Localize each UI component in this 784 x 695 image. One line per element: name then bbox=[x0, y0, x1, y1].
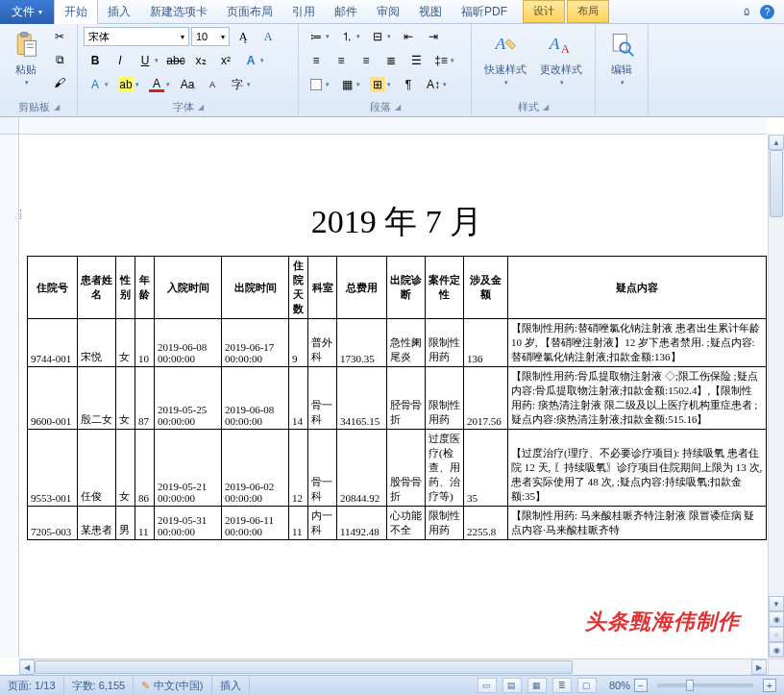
line-spacing-button[interactable]: ‡≡ bbox=[429, 50, 458, 71]
highlight-button[interactable]: ab bbox=[114, 74, 143, 95]
status-page[interactable]: 页面: 1/13 bbox=[0, 676, 64, 695]
grow-font-button[interactable]: Ą bbox=[232, 26, 255, 47]
scroll-right-arrow[interactable]: ▶ bbox=[751, 659, 767, 675]
justify-button[interactable]: ≣ bbox=[380, 50, 403, 71]
change-styles-icon: AA bbox=[548, 31, 575, 61]
font-color-button[interactable]: A bbox=[145, 74, 174, 95]
bold-button[interactable]: B bbox=[84, 50, 107, 71]
table-row[interactable]: 9744-001宋悦女102019-06-08 00:00:002019-06-… bbox=[28, 319, 767, 367]
cut-button[interactable]: ✂ bbox=[48, 26, 71, 47]
decrease-indent-button[interactable]: ⇤ bbox=[397, 26, 420, 47]
increase-indent-button[interactable]: ⇥ bbox=[422, 26, 445, 47]
align-right-button[interactable]: ≡ bbox=[355, 50, 378, 71]
view-outline-button[interactable]: ≣ bbox=[552, 678, 572, 693]
horizontal-scrollbar[interactable]: ◀ ▶ bbox=[19, 658, 767, 675]
status-language[interactable]: ✎中文(中国) bbox=[134, 676, 211, 695]
contextual-tab-design[interactable]: 设计 bbox=[523, 0, 565, 23]
view-print-layout-button[interactable]: ▭ bbox=[478, 678, 497, 693]
quick-styles-button[interactable]: A 快速样式 bbox=[478, 26, 533, 91]
next-page-button[interactable]: ◉ bbox=[769, 642, 784, 658]
tab-home[interactable]: 开始 bbox=[54, 0, 98, 24]
superscript-button[interactable]: x² bbox=[214, 50, 237, 71]
tab-review[interactable]: 审阅 bbox=[367, 0, 409, 24]
status-word-count[interactable]: 字数: 6,155 bbox=[64, 676, 135, 695]
scroll-left-arrow[interactable]: ◀ bbox=[19, 659, 35, 675]
document-area: 2019 年 7 月 住院号 患者姓名 性别 年龄 入院时间 出院时间 住院天数… bbox=[0, 117, 784, 675]
format-painter-button[interactable]: 🖌 bbox=[48, 72, 71, 93]
zoom-level[interactable]: 80% bbox=[609, 680, 630, 691]
help-icon[interactable]: ? bbox=[760, 5, 774, 19]
text-effects-button[interactable]: A bbox=[239, 50, 268, 71]
data-table[interactable]: 住院号 患者姓名 性别 年龄 入院时间 出院时间 住院天数 科室 总费用 出院诊… bbox=[27, 256, 767, 540]
distribute-button[interactable]: ☰ bbox=[404, 50, 428, 71]
subscript-button[interactable]: x₂ bbox=[189, 50, 212, 71]
zoom-slider[interactable] bbox=[657, 683, 753, 687]
sort-button[interactable]: ⊞ bbox=[366, 74, 395, 95]
document-title: 2019 年 7 月 bbox=[27, 144, 767, 256]
strikethrough-button[interactable]: abc bbox=[164, 50, 187, 71]
view-draft-button[interactable]: ▢ bbox=[577, 678, 597, 693]
zoom-in-button[interactable]: + bbox=[763, 679, 776, 692]
change-styles-button[interactable]: AA 更改样式 bbox=[533, 26, 589, 91]
view-web-button[interactable]: ▦ bbox=[527, 678, 547, 693]
shading-button[interactable] bbox=[305, 74, 333, 95]
tab-view[interactable]: 视图 bbox=[409, 0, 452, 24]
distribute-icon: ☰ bbox=[408, 53, 424, 68]
tab-reference[interactable]: 引用 bbox=[282, 0, 325, 24]
page-canvas[interactable]: 2019 年 7 月 住院号 患者姓名 性别 年龄 入院时间 出院时间 住院天数… bbox=[19, 135, 767, 658]
font-dialog-launcher[interactable]: ◢ bbox=[198, 103, 204, 112]
table-cell: 骨一科 bbox=[308, 430, 337, 507]
scroll-up-arrow[interactable]: ▲ bbox=[769, 135, 784, 150]
align-center-button[interactable]: ≡ bbox=[330, 50, 353, 71]
table-row[interactable]: 7205-003某患者男112019-05-31 00:00:002019-06… bbox=[28, 507, 767, 540]
editing-button[interactable]: 编辑 bbox=[601, 26, 642, 91]
char-scale-button[interactable]: Aa bbox=[176, 74, 199, 95]
tab-page-layout[interactable]: 页面布局 bbox=[217, 0, 282, 24]
paste-button[interactable]: 粘贴 bbox=[6, 26, 46, 91]
font-size-combo[interactable]: 10▾ bbox=[191, 27, 230, 46]
scroll-down-arrow[interactable]: ▼ bbox=[769, 596, 784, 611]
zoom-out-button[interactable]: − bbox=[634, 679, 648, 692]
status-insert-mode[interactable]: 插入 bbox=[212, 676, 250, 695]
tab-mail[interactable]: 邮件 bbox=[325, 0, 367, 24]
copy-button[interactable]: ⧉ bbox=[48, 49, 71, 70]
change-case-button[interactable]: A bbox=[257, 26, 280, 47]
phonetic-button[interactable]: A bbox=[84, 74, 112, 95]
enclose-button[interactable]: 字 bbox=[226, 74, 255, 95]
table-row[interactable]: 9600-001殷二女女872019-05-25 00:00:002019-06… bbox=[28, 367, 767, 430]
tab-foxit-pdf[interactable]: 福昕PDF bbox=[452, 0, 517, 24]
borders-button[interactable]: ▦ bbox=[335, 74, 364, 95]
file-menu-button[interactable]: 文件 bbox=[0, 0, 54, 24]
outdent-icon: ⇤ bbox=[401, 29, 416, 44]
prev-page-button[interactable]: ◉ bbox=[769, 611, 784, 627]
view-reading-button[interactable]: ▤ bbox=[502, 678, 522, 693]
styles-dialog-launcher[interactable]: ◢ bbox=[543, 103, 549, 112]
table-cell: 过度医疗(检查、用药、治疗等) bbox=[426, 430, 464, 507]
clipboard-dialog-launcher[interactable]: ◢ bbox=[54, 103, 60, 112]
vertical-ruler[interactable] bbox=[0, 135, 19, 658]
horizontal-ruler[interactable] bbox=[19, 117, 767, 135]
table-cell: 10 bbox=[135, 319, 155, 367]
vscroll-thumb[interactable] bbox=[770, 150, 783, 217]
tab-insert[interactable]: 插入 bbox=[98, 0, 140, 24]
table-row[interactable]: 9553-001任俊女862019-05-21 00:00:002019-06-… bbox=[28, 430, 767, 507]
align-left-button[interactable]: ≡ bbox=[305, 50, 328, 71]
bullets-button[interactable]: ≔ bbox=[305, 26, 333, 47]
text-direction-button[interactable]: A↕ bbox=[422, 74, 451, 95]
browse-object-button[interactable]: ○ bbox=[769, 627, 784, 642]
numbering-button[interactable]: ⒈ bbox=[335, 26, 364, 47]
show-marks-button[interactable]: ¶ bbox=[397, 74, 420, 95]
table-cell: 9744-001 bbox=[28, 319, 78, 367]
contextual-tab-layout[interactable]: 布局 bbox=[567, 0, 609, 23]
zoom-slider-thumb[interactable] bbox=[686, 680, 694, 691]
tab-new[interactable]: 新建选项卡 bbox=[140, 0, 217, 24]
multilevel-button[interactable]: ⊟ bbox=[366, 26, 395, 47]
underline-button[interactable]: U bbox=[134, 50, 162, 71]
vertical-scrollbar[interactable]: ▲ ▼ ◉ ○ ◉ bbox=[768, 135, 784, 658]
paragraph-dialog-launcher[interactable]: ◢ bbox=[395, 103, 401, 112]
shrink-font-button[interactable]: A bbox=[201, 74, 224, 95]
hscroll-thumb[interactable] bbox=[35, 660, 573, 674]
italic-button[interactable]: I bbox=[109, 50, 132, 71]
minimize-ribbon-icon[interactable]: ۵ bbox=[739, 4, 754, 19]
font-name-combo[interactable]: 宋体▾ bbox=[84, 27, 189, 46]
